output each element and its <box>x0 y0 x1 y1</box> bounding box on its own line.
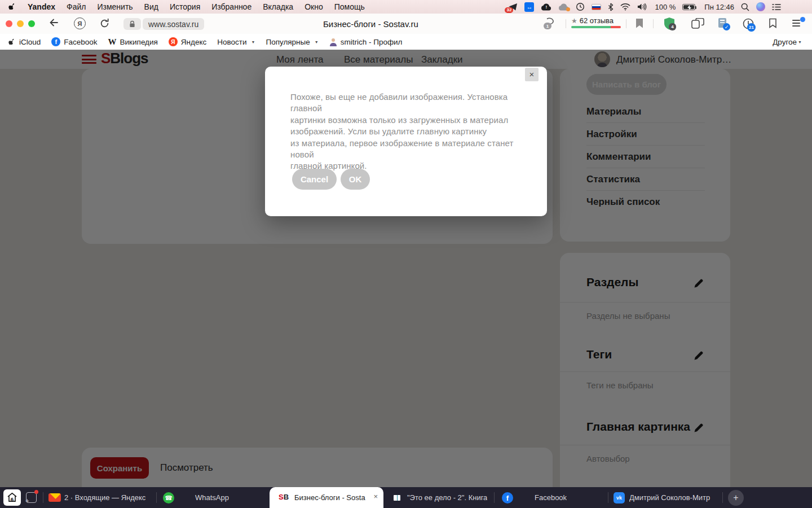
tableau-home-button[interactable]: 6 <box>3 489 21 506</box>
menu-file[interactable]: Файл <box>67 2 86 11</box>
tab-vk[interactable]: Дмитрий Соколов-Митр <box>629 493 715 502</box>
url-bar[interactable]: www.sostav.ru <box>143 18 204 30</box>
downloads-document-icon[interactable]: ✓ <box>717 17 729 32</box>
new-tab-button[interactable]: + <box>728 490 744 506</box>
reviews-rating-bar <box>571 26 621 28</box>
sostav-favicon: SB <box>279 493 289 501</box>
history-badge: 21 <box>747 23 756 32</box>
wifi-icon[interactable] <box>620 3 630 11</box>
image-warning-modal: × Похоже, вы еще не добавили изображения… <box>265 67 547 216</box>
cloud-alert-icon[interactable]: ! <box>541 3 551 11</box>
downloads-check-badge: ✓ <box>723 23 730 30</box>
chevron-down-icon: ▼ <box>315 40 319 44</box>
tab-book[interactable]: "Это ее дело - 2". Книга <box>407 493 487 502</box>
vk-icon: vk <box>614 492 625 503</box>
yandex-services-icon[interactable]: Я <box>74 17 86 29</box>
adblock-shield-icon[interactable]: 4 <box>663 17 676 33</box>
tab-close-icon[interactable]: × <box>373 492 378 501</box>
time-machine-icon[interactable] <box>576 2 585 11</box>
notification-center-icon[interactable] <box>772 3 781 11</box>
lock-icon[interactable] <box>123 18 141 30</box>
tab-groups-badge: 1 <box>544 23 551 29</box>
cloud-sync-icon[interactable] <box>558 3 569 11</box>
bookmark-filled-icon[interactable] <box>636 19 643 30</box>
macos-menubar: Yandex Файл Изменить Вид История Избранн… <box>0 0 812 14</box>
reviews-count-label: 62 отзыва <box>580 16 614 25</box>
bookmark-wikipedia[interactable]: W Википедия <box>108 37 158 47</box>
menubar-app-name[interactable]: Yandex <box>28 2 55 11</box>
bookmarks-other-menu[interactable]: Другое▼ <box>773 38 802 46</box>
page-title: Бизнес-блоги - Sostav.ru <box>323 19 418 29</box>
modal-close-button[interactable]: × <box>525 68 539 81</box>
yandex-icon: Я <box>169 37 178 46</box>
back-button[interactable] <box>48 17 60 30</box>
telegram-badge: 32 <box>505 7 513 13</box>
tab-facebook[interactable]: Facebook <box>535 493 567 502</box>
bluetooth-icon[interactable] <box>608 3 614 11</box>
menu-view[interactable]: Вид <box>144 2 158 11</box>
siri-icon[interactable] <box>756 2 765 11</box>
keyboard-layout-flag-ru[interactable] <box>592 4 601 10</box>
browser-toolbar: Я www.sostav.ru Бизнес-блоги - Sostav.ru… <box>0 14 812 34</box>
yandex-mail-icon <box>48 493 61 502</box>
apple-icon <box>8 38 16 46</box>
window-minimize-button[interactable] <box>17 20 24 27</box>
collections-icon[interactable] <box>691 18 705 32</box>
history-clock-icon[interactable]: 21 <box>742 17 754 32</box>
facebook-tab-icon: f <box>502 492 513 503</box>
ok-button[interactable]: OK <box>341 169 370 190</box>
menu-window[interactable]: Окно <box>304 2 323 11</box>
teamviewer-icon[interactable]: ↔ <box>524 2 534 12</box>
menu-help[interactable]: Помощь <box>334 2 365 11</box>
browser-tab-bar: 6 + 2 · Входящие — Яндекс ☎ WhatsApp SB … <box>0 487 812 508</box>
bookmark-profile[interactable]: smitrich - Профил <box>329 38 403 46</box>
modal-message: Похоже, вы еще не добавили изображения. … <box>290 91 525 172</box>
tab-sostav-active[interactable]: SB Бизнес-блоги - Sosta × <box>270 487 383 508</box>
tab-groups-icon[interactable]: 1 <box>542 17 555 31</box>
chevron-down-icon: ▼ <box>798 40 802 44</box>
bookmark-icloud[interactable]: iCloud <box>8 38 41 46</box>
window-zoom-button[interactable] <box>28 20 35 27</box>
tab-mail[interactable]: 2 · Входящие — Яндекс <box>64 493 152 502</box>
notification-dot <box>34 490 38 494</box>
battery-icon <box>682 4 695 10</box>
chevron-down-icon: ▼ <box>251 40 255 44</box>
browser-menu-icon[interactable] <box>792 19 802 29</box>
window-close-button[interactable] <box>6 20 12 27</box>
adblock-badge: 4 <box>669 23 676 30</box>
menu-history[interactable]: История <box>170 2 200 11</box>
telegram-icon[interactable]: 32 <box>508 3 518 11</box>
reload-icon[interactable] <box>99 18 110 31</box>
bookmark-yandex[interactable]: Я Яндекс <box>169 37 206 46</box>
web-page-viewport: SBlogs Моя лента Все материалы Закладки … <box>0 50 812 487</box>
bookmark-facebook[interactable]: f Facebook <box>51 37 97 46</box>
bookmarks-bar: iCloud f Facebook W Википедия Я Яндекс Н… <box>0 34 812 50</box>
site-reviews-widget[interactable]: ★ 62 отзыва <box>571 16 621 28</box>
new-window-icon[interactable]: + <box>25 491 38 504</box>
bookmark-folder-popular[interactable]: Популярные▼ <box>266 38 318 46</box>
cancel-button[interactable]: Cancel <box>292 169 337 190</box>
wikipedia-icon: W <box>108 37 117 47</box>
battery-percent: 100 % <box>655 3 676 11</box>
spotlight-icon[interactable] <box>741 3 749 11</box>
whatsapp-icon: ☎ <box>163 492 174 503</box>
menu-tab[interactable]: Вкладка <box>263 2 293 11</box>
menubar-clock[interactable]: Пн 12:46 <box>704 3 734 11</box>
menu-favorites[interactable]: Избранное <box>211 2 251 11</box>
star-icon: ★ <box>571 17 577 25</box>
facebook-icon: f <box>51 37 60 46</box>
bookmark-folder-news[interactable]: Новости▼ <box>217 38 255 46</box>
apple-logo-icon[interactable] <box>8 2 16 11</box>
tableau-count-badge: 6 <box>3 496 21 502</box>
person-icon <box>329 38 337 46</box>
tab-whatsapp[interactable]: WhatsApp <box>195 493 229 502</box>
menu-edit[interactable]: Изменить <box>97 2 133 11</box>
volume-icon[interactable] <box>637 3 647 11</box>
menu-notification-dot <box>800 17 805 22</box>
bookmark-outline-icon[interactable] <box>769 18 777 30</box>
